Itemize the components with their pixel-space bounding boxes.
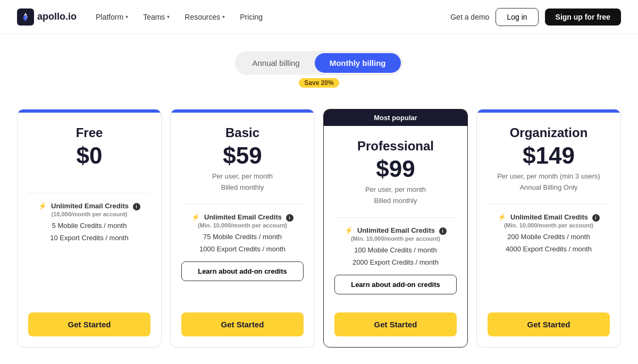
plan-body-basic: Basic $59 Per user, per month Billed mon… [171,113,314,312]
plan-name-professional: Professional [334,139,457,154]
lightning-icon: ⚡ [38,202,47,210]
plan-body-free: Free $0 ⚡ Unlimited Email Credits i (10,… [18,113,161,312]
info-icon[interactable]: i [439,227,447,235]
popular-banner: Most popular [324,109,467,126]
email-sub-basic: (Min. 10,000/month per account) [181,222,304,228]
get-started-organization[interactable]: Get Started [488,312,610,336]
get-demo-link[interactable]: Get a demo [450,13,489,21]
plan-divider [334,217,457,218]
navbar: apollo.io Platform ▾ Teams ▾ Resources ▾… [0,0,638,34]
email-sub-organization: (Min. 10,000/month per account) [488,222,610,228]
info-icon[interactable]: i [286,214,293,222]
billing-toggle: Annual billing Monthly billing [235,51,402,75]
plan-footer-organization: Get Started [477,312,620,347]
plan-name-free: Free [28,125,150,140]
plan-billing-professional: Per user, per month Billed monthly [334,184,457,207]
info-icon[interactable]: i [592,214,600,222]
email-sub-professional: (Min. 10,000/month per account) [334,235,457,242]
nav-left: apollo.io Platform ▾ Teams ▾ Resources ▾… [17,9,269,26]
plan-card-professional: Most popular Professional $99 Per user, … [323,109,468,348]
pricing-grid: Free $0 ⚡ Unlimited Email Credits i (10,… [0,96,638,364]
nav-resources[interactable]: Resources ▾ [178,9,231,26]
chevron-down-icon: ▾ [222,14,225,20]
annual-billing-btn[interactable]: Annual billing [237,53,314,73]
logo-icon [17,9,34,26]
plan-name-organization: Organization [488,125,610,140]
plan-divider [28,193,150,193]
plan-divider [181,204,304,205]
get-started-free[interactable]: Get Started [28,312,150,336]
addon-btn-professional[interactable]: Learn about add-on credits [334,275,457,294]
plan-price-professional: $99 [334,156,457,182]
plan-card-free: Free $0 ⚡ Unlimited Email Credits i (10,… [17,109,162,348]
addon-btn-basic[interactable]: Learn about add-on credits [181,261,304,281]
plan-footer-free: Get Started [18,312,161,347]
chevron-down-icon: ▾ [167,14,170,20]
plan-price-basic: $59 [181,142,304,169]
mobile-credits-professional: 100 Mobile Credits / month [334,246,457,254]
export-credits-free: 10 Export Credits / month [28,234,150,242]
email-credits-basic: ⚡ Unlimited Email Credits i (Min. 10,000… [181,213,304,228]
plan-price-organization: $149 [488,142,610,169]
login-button[interactable]: Log in [496,8,538,26]
lightning-icon: ⚡ [498,213,506,221]
plan-billing-organization: Per user, per month (min 3 users) Annual… [488,171,610,193]
plan-divider [488,204,610,205]
lightning-icon: ⚡ [191,213,200,221]
info-icon[interactable]: i [133,203,140,210]
credits-list-basic: ⚡ Unlimited Email Credits i (Min. 10,000… [181,213,304,253]
chevron-down-icon: ▾ [125,14,128,20]
plan-name-basic: Basic [181,125,304,140]
plan-footer-professional: Get Started [324,312,467,347]
plan-card-basic: Basic $59 Per user, per month Billed mon… [170,109,315,348]
credits-list-free: ⚡ Unlimited Email Credits i (10,000/mont… [28,202,150,242]
mobile-credits-organization: 200 Mobile Credits / month [488,233,610,241]
email-credits-free: ⚡ Unlimited Email Credits i (10,000/mont… [28,202,150,217]
export-credits-organization: 4000 Export Credits / month [488,245,610,253]
lightning-icon: ⚡ [345,226,353,234]
credits-list-organization: ⚡ Unlimited Email Credits i (Min. 10,000… [488,213,610,253]
get-started-basic[interactable]: Get Started [181,312,304,336]
get-started-professional[interactable]: Get Started [334,312,457,336]
plan-price-free: $0 [28,142,150,169]
nav-pricing[interactable]: Pricing [233,9,269,26]
plan-card-organization: Organization $149 Per user, per month (m… [476,109,621,348]
signup-button[interactable]: Sign up for free [545,9,621,26]
save-badge: Save 20% [299,78,339,88]
logo-text: apollo.io [37,11,77,22]
nav-platform[interactable]: Platform ▾ [89,9,135,26]
billing-section: Annual billing Monthly billing Save 20% [0,34,638,96]
export-credits-basic: 1000 Export Credits / month [181,245,304,253]
nav-links: Platform ▾ Teams ▾ Resources ▾ Pricing [89,9,269,26]
email-credits-professional: ⚡ Unlimited Email Credits i (Min. 10,000… [334,226,457,242]
plan-billing-basic: Per user, per month Billed monthly [181,171,304,193]
email-credits-organization: ⚡ Unlimited Email Credits i (Min. 10,000… [488,213,610,228]
export-credits-professional: 2000 Export Credits / month [334,258,457,266]
plan-body-professional: Professional $99 Per user, per month Bil… [324,126,467,312]
mobile-credits-free: 5 Mobile Credits / month [28,222,150,230]
plan-body-organization: Organization $149 Per user, per month (m… [477,113,620,312]
plan-footer-basic: Get Started [171,312,314,347]
monthly-billing-btn[interactable]: Monthly billing [315,53,401,73]
credits-list-professional: ⚡ Unlimited Email Credits i (Min. 10,000… [334,226,457,266]
plan-billing-free [28,171,150,182]
mobile-credits-basic: 75 Mobile Credits / month [181,233,304,241]
nav-right: Get a demo Log in Sign up for free [450,8,621,26]
email-sub-free: (10,000/month per account) [28,211,150,217]
logo[interactable]: apollo.io [17,9,77,26]
nav-teams[interactable]: Teams ▾ [137,9,176,26]
